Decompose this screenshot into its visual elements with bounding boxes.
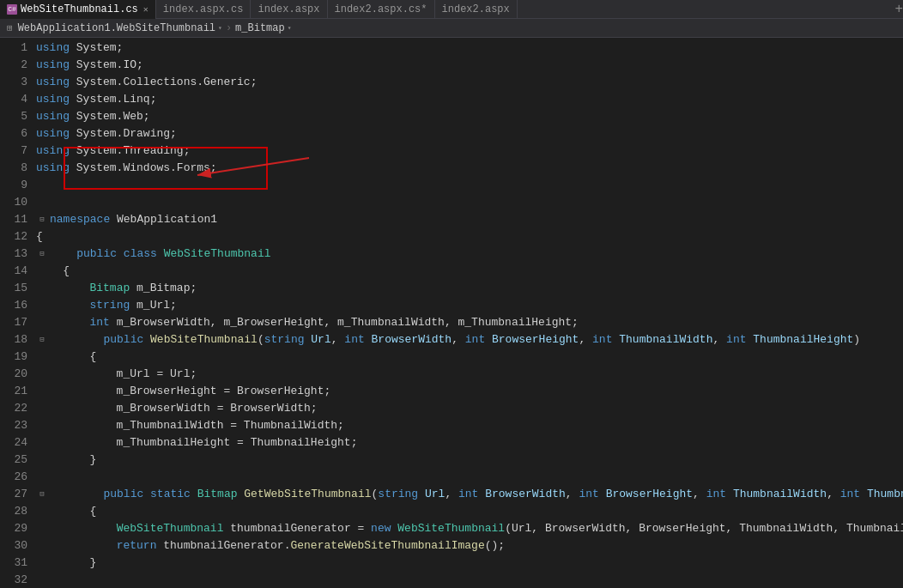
ln-21: 21 <box>7 383 27 400</box>
code-line-15: Bitmap m_Bitmap; <box>33 280 903 297</box>
ln-26: 26 <box>7 469 27 486</box>
code-line-7: using System.Threading; <box>33 142 903 160</box>
code-line-11: ⊟namespace WebApplication1 <box>33 211 903 228</box>
ln-2: 2 <box>7 57 27 74</box>
code-line-4: using System.Linq; <box>33 91 903 108</box>
app-container: C# WebSiteThumbnail.cs ✕ index.aspx.cs i… <box>0 0 903 588</box>
ln-29: 29 <box>7 520 27 537</box>
ln-15: 15 <box>7 280 27 297</box>
code-line-10 <box>33 194 903 211</box>
tab-index2-aspx-cs[interactable]: index2.aspx.cs* <box>328 0 435 19</box>
code-inner: 1 2 3 4 5 6 7 8 9 10 11 12 13 14 15 16 1 <box>0 38 903 588</box>
ln-19: 19 <box>7 349 27 366</box>
breadcrumb-member[interactable]: m_Bitmap ▾ <box>235 22 291 34</box>
code-line-31: } <box>33 555 903 572</box>
code-line-27: ⊟ public static Bitmap GetWebSiteThumbna… <box>33 486 903 503</box>
ln-13: 13 <box>7 246 27 263</box>
code-line-9 <box>33 177 903 194</box>
ln-23: 23 <box>7 417 27 434</box>
code-line-29: WebSiteThumbnail thumbnailGenerator = ne… <box>33 520 903 537</box>
code-line-3: using System.Collections.Generic; <box>33 74 903 91</box>
tab-label: index2.aspx.cs* <box>335 3 427 15</box>
ln-31: 31 <box>7 555 27 572</box>
tab-label: WebSiteThumbnail.cs <box>21 3 138 15</box>
ln-5: 5 <box>7 108 27 125</box>
ln-16: 16 <box>7 297 27 314</box>
ln-10: 10 <box>7 194 27 211</box>
chevron-down-icon-2: ▾ <box>288 24 292 32</box>
ln-1: 1 <box>7 39 27 57</box>
tab-index2-aspx[interactable]: index2.aspx <box>435 0 518 19</box>
code-line-18: ⊟ public WebSiteThumbnail(string Url, in… <box>33 331 903 349</box>
ln-24: 24 <box>7 434 27 452</box>
ln-3: 3 <box>7 74 27 91</box>
ln-17: 17 <box>7 314 27 331</box>
code-area: 1 2 3 4 5 6 7 8 9 10 11 12 13 14 15 16 1 <box>0 38 903 588</box>
code-line-16: string m_Url; <box>33 297 903 314</box>
collapse-27[interactable]: ⊟ <box>36 488 48 500</box>
code-line-2: using System.IO; <box>33 57 903 74</box>
collapse-18[interactable]: ⊟ <box>36 334 48 346</box>
breadcrumb-member-label: m_Bitmap <box>235 22 285 34</box>
ln-7: 7 <box>7 142 27 160</box>
ln-25: 25 <box>7 452 27 469</box>
tab-label: index2.aspx <box>442 3 510 15</box>
ln-20: 20 <box>7 366 27 383</box>
ln-12: 12 <box>7 228 27 246</box>
ln-30: 30 <box>7 537 27 555</box>
ln-14: 14 <box>7 263 27 280</box>
code-line-20: m_Url = Url; <box>33 366 903 383</box>
code-column: using System; using System.IO; using Sys… <box>33 38 903 588</box>
ln-6: 6 <box>7 125 27 142</box>
code-line-12: { <box>33 228 903 246</box>
add-tab-button[interactable]: + <box>894 2 903 17</box>
line-numbers: 1 2 3 4 5 6 7 8 9 10 11 12 13 14 15 16 1 <box>0 38 33 588</box>
code-line-23: m_ThumbnailWidth = ThumbnailWidth; <box>33 417 903 434</box>
ln-9: 9 <box>7 177 27 194</box>
tab-label: index.aspx.cs <box>163 3 244 15</box>
collapse-11[interactable]: ⊟ <box>36 214 48 226</box>
code-scrollable[interactable]: 1 2 3 4 5 6 7 8 9 10 11 12 13 14 15 16 1 <box>0 38 903 588</box>
breadcrumb-sep: › <box>226 22 232 34</box>
ln-18: 18 <box>7 331 27 349</box>
ln-11: 11 <box>7 211 27 228</box>
tab-websitethumbnail-cs[interactable]: C# WebSiteThumbnail.cs ✕ <box>0 0 156 19</box>
code-line-5: using System.Web; <box>33 108 903 125</box>
chevron-down-icon: ▾ <box>218 24 222 32</box>
tab-index-aspx-cs[interactable]: index.aspx.cs <box>156 0 252 19</box>
ln-8: 8 <box>7 160 27 177</box>
tab-label: index.aspx <box>258 3 319 15</box>
tab-bar: C# WebSiteThumbnail.cs ✕ index.aspx.cs i… <box>0 0 903 19</box>
tab-close-button[interactable]: ✕ <box>143 4 148 15</box>
code-line-1: using System; <box>33 39 903 57</box>
ln-22: 22 <box>7 400 27 417</box>
tab-icon-cs: C# <box>7 4 17 15</box>
code-line-21: m_BrowserHeight = BrowserHeight; <box>33 383 903 400</box>
code-line-14: { <box>33 263 903 280</box>
ln-27: 27 <box>7 486 27 503</box>
code-line-22: m_BrowserWidth = BrowserWidth; <box>33 400 903 417</box>
breadcrumb-project[interactable]: WebApplication1.WebSiteThumbnail ▾ <box>18 22 222 34</box>
ln-4: 4 <box>7 91 27 108</box>
code-line-26 <box>33 469 903 486</box>
ln-28: 28 <box>7 503 27 520</box>
project-icon: ⊞ <box>7 22 13 33</box>
breadcrumb-project-label: WebApplication1.WebSiteThumbnail <box>18 22 215 34</box>
tab-index-aspx[interactable]: index.aspx <box>251 0 327 19</box>
code-line-24: m_ThumbnailHeight = ThumbnailHeight; <box>33 434 903 452</box>
code-line-13: ⊟ public class WebSiteThumbnail <box>33 246 903 263</box>
ln-32: 32 <box>7 572 27 588</box>
collapse-13[interactable]: ⊟ <box>36 248 48 260</box>
code-line-25: } <box>33 452 903 469</box>
code-line-30: return thumbnailGenerator.GenerateWebSit… <box>33 537 903 555</box>
code-line-19: { <box>33 349 903 366</box>
code-line-32 <box>33 572 903 588</box>
code-line-17: int m_BrowserWidth, m_BrowserHeight, m_T… <box>33 314 903 331</box>
breadcrumb-bar: ⊞ WebApplication1.WebSiteThumbnail ▾ › m… <box>0 19 903 38</box>
code-line-6: using System.Drawing; <box>33 125 903 142</box>
code-line-28: { <box>33 503 903 520</box>
code-line-8: using System.Windows.Forms; <box>33 160 903 177</box>
